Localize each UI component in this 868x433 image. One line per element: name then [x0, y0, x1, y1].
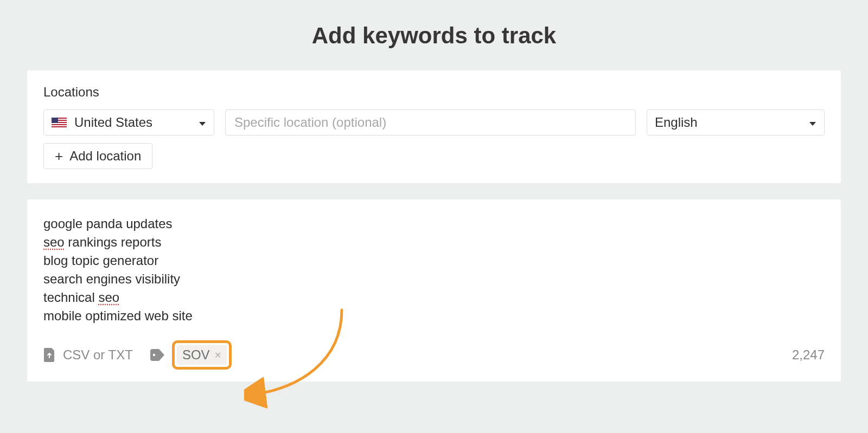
upload-icon[interactable]	[43, 348, 55, 362]
page-title: Add keywords to track	[0, 0, 868, 70]
tag-icon[interactable]	[150, 349, 164, 361]
locations-label: Locations	[43, 85, 825, 100]
tag-chip-label: SOV	[182, 347, 210, 363]
annotation-highlight: SOV ✕	[172, 340, 232, 370]
chevron-down-icon	[199, 115, 206, 130]
flag-us-icon	[52, 118, 67, 127]
locations-panel: Locations United States English + Add lo…	[27, 70, 841, 183]
keywords-footer: CSV or TXT SOV ✕ 2,247	[43, 340, 825, 370]
add-location-button[interactable]: + Add location	[43, 143, 152, 169]
specific-location-input[interactable]	[225, 109, 636, 135]
keyword-line: search engines visibility	[43, 270, 825, 288]
keyword-line: google panda updates	[43, 215, 825, 233]
plus-icon: +	[55, 149, 63, 163]
language-select-value: English	[655, 115, 698, 130]
add-location-label: Add location	[69, 148, 141, 164]
locations-row: United States English	[43, 109, 825, 135]
country-select-value: United States	[74, 115, 152, 130]
spellcheck-word: seo	[98, 290, 119, 305]
keyword-line: technical seo	[43, 288, 825, 307]
upload-label[interactable]: CSV or TXT	[63, 347, 133, 363]
char-count: 2,247	[792, 347, 825, 363]
tag-chip[interactable]: SOV ✕	[177, 345, 227, 365]
keyword-line: mobile optimized web site	[43, 307, 825, 325]
keyword-line: seo rankings reports	[43, 233, 825, 251]
spellcheck-word: seo	[43, 235, 65, 249]
keywords-textarea[interactable]: google panda updates seo rankings report…	[43, 215, 825, 325]
keyword-line: blog topic generator	[43, 251, 825, 270]
country-select[interactable]: United States	[43, 109, 214, 135]
keywords-panel: google panda updates seo rankings report…	[27, 199, 841, 382]
svg-point-0	[153, 354, 155, 356]
close-icon[interactable]: ✕	[214, 350, 221, 360]
language-select[interactable]: English	[647, 109, 825, 135]
chevron-down-icon	[809, 115, 816, 130]
